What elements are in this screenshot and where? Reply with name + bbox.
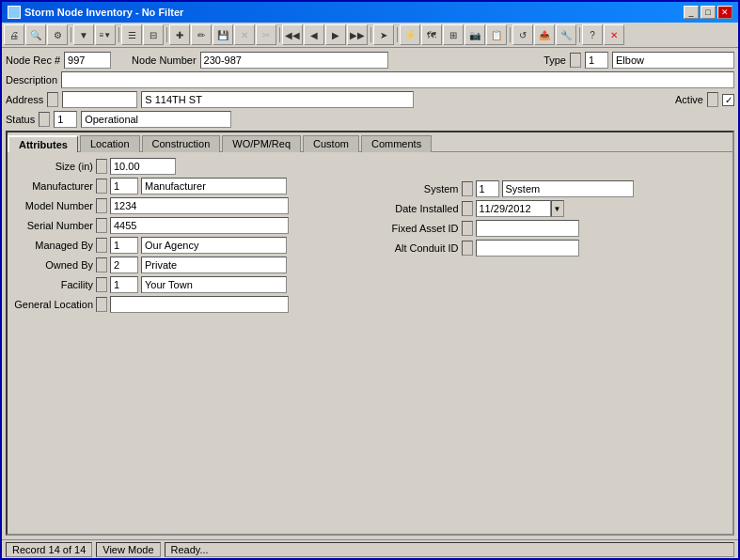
report-button[interactable]: 📋 bbox=[486, 24, 507, 45]
facility-id-input[interactable] bbox=[110, 276, 138, 293]
manufacturer-id-input[interactable] bbox=[110, 178, 138, 194]
system-id-input[interactable] bbox=[476, 180, 499, 197]
managed-by-value-input[interactable] bbox=[141, 237, 287, 254]
active-label: Active bbox=[675, 94, 703, 105]
zoom-button[interactable]: 🔍 bbox=[25, 24, 46, 45]
general-location-label: General Location bbox=[13, 299, 93, 310]
general-location-input[interactable] bbox=[110, 296, 289, 313]
print-button[interactable]: 🖨 bbox=[4, 24, 24, 45]
content-area: Node Rec # Node Number Type Description … bbox=[2, 48, 738, 539]
tab-attributes[interactable]: Attributes bbox=[8, 135, 78, 152]
date-installed-label: Date Installed bbox=[374, 203, 459, 214]
size-input[interactable] bbox=[110, 158, 176, 175]
photo-button[interactable]: 📷 bbox=[464, 24, 485, 45]
refresh-button[interactable]: ↺ bbox=[512, 24, 533, 45]
edit-record-button[interactable]: ✏ bbox=[191, 24, 212, 45]
alt-conduit-id-row: Alt Conduit ID bbox=[374, 240, 728, 257]
split-button[interactable]: ⊞ bbox=[443, 24, 464, 45]
export-button[interactable]: 📤 bbox=[534, 24, 555, 45]
size-label: Size (in) bbox=[13, 161, 93, 172]
close-button[interactable]: ✕ bbox=[717, 6, 732, 19]
tools-button[interactable]: 🔧 bbox=[556, 24, 576, 45]
size-indicator bbox=[96, 159, 107, 174]
managed-by-label: Managed By bbox=[13, 240, 93, 251]
active-checkbox[interactable]: ✓ bbox=[722, 94, 734, 106]
node-rec-row: Node Rec # Node Number Type bbox=[6, 52, 734, 69]
tabs-container: Attributes Location Construction WO/PM/R… bbox=[6, 131, 734, 536]
close-toolbar-button[interactable]: ✕ bbox=[604, 24, 624, 45]
facility-row: Facility bbox=[13, 276, 367, 293]
view2-button[interactable]: ⊟ bbox=[143, 24, 164, 45]
manufacturer-value-input[interactable] bbox=[141, 178, 287, 194]
date-installed-row: Date Installed ▼ bbox=[374, 200, 728, 217]
goto-button[interactable]: ➤ bbox=[373, 24, 394, 45]
type-id-input[interactable] bbox=[585, 52, 608, 69]
last-record-button[interactable]: ▶▶ bbox=[347, 24, 368, 45]
prev-record-button[interactable]: ◀ bbox=[304, 24, 324, 45]
address-value-input[interactable] bbox=[141, 91, 414, 108]
tabs-row: Attributes Location Construction WO/PM/R… bbox=[8, 132, 732, 151]
managed-by-id-input[interactable] bbox=[110, 237, 138, 254]
view-button[interactable]: ☰ bbox=[121, 24, 142, 45]
tab-construction[interactable]: Construction bbox=[142, 135, 221, 152]
save-button[interactable]: 💾 bbox=[213, 24, 233, 45]
address-prefix-input[interactable] bbox=[62, 91, 137, 108]
general-location-indicator bbox=[96, 297, 107, 312]
maximize-button[interactable]: □ bbox=[701, 6, 716, 19]
tab-location[interactable]: Location bbox=[80, 135, 140, 152]
address-indicator bbox=[47, 92, 58, 107]
date-installed-input[interactable] bbox=[476, 200, 551, 217]
system-row: System bbox=[374, 180, 728, 197]
right-column: System Date Installed ▼ bbox=[374, 158, 728, 316]
tab-custom[interactable]: Custom bbox=[303, 135, 359, 152]
active-indicator bbox=[707, 92, 718, 107]
first-record-button[interactable]: ◀◀ bbox=[282, 24, 303, 45]
status-value-input[interactable] bbox=[81, 111, 231, 128]
alt-conduit-id-input[interactable] bbox=[476, 240, 579, 257]
map-button[interactable]: 🗺 bbox=[421, 24, 442, 45]
title-controls: _ □ ✕ bbox=[684, 6, 732, 19]
tab-content-attributes: Size (in) Manufacturer bbox=[8, 151, 732, 534]
system-indicator bbox=[462, 181, 473, 196]
tab-wo-pm-req[interactable]: WO/PM/Req bbox=[222, 135, 301, 152]
description-input[interactable] bbox=[61, 71, 734, 88]
description-label: Description bbox=[6, 74, 57, 86]
help-button[interactable]: ? bbox=[582, 24, 603, 45]
left-column: Size (in) Manufacturer bbox=[13, 158, 367, 316]
ready-panel: Ready... bbox=[165, 542, 735, 557]
node-number-input[interactable] bbox=[200, 52, 388, 69]
tab-comments[interactable]: Comments bbox=[361, 135, 432, 152]
status-id-input[interactable] bbox=[54, 111, 77, 128]
date-dropdown-arrow[interactable]: ▼ bbox=[551, 200, 564, 217]
delete-button[interactable]: ✕ bbox=[234, 24, 255, 45]
filter-button[interactable]: ▼ bbox=[73, 24, 94, 45]
serial-number-label: Serial Number bbox=[13, 220, 93, 231]
node-rec-input[interactable] bbox=[64, 52, 111, 69]
manufacturer-indicator bbox=[96, 179, 107, 194]
fixed-asset-id-row: Fixed Asset ID bbox=[374, 220, 728, 237]
owned-by-id-input[interactable] bbox=[110, 257, 138, 273]
add-record-button[interactable]: ✚ bbox=[169, 24, 190, 45]
type-value-input[interactable] bbox=[612, 52, 734, 69]
date-installed-picker[interactable]: ▼ bbox=[476, 200, 564, 217]
model-number-input[interactable] bbox=[110, 197, 289, 214]
status-row: Status bbox=[6, 111, 734, 128]
fixed-asset-id-input[interactable] bbox=[476, 220, 579, 237]
app-icon bbox=[8, 6, 21, 19]
status-bar: Record 14 of 14 View Mode Ready... bbox=[2, 539, 738, 558]
next-record-button[interactable]: ▶ bbox=[325, 24, 346, 45]
link-button[interactable]: ⚡ bbox=[400, 24, 420, 45]
minimize-button[interactable]: _ bbox=[684, 6, 699, 19]
serial-number-indicator bbox=[96, 218, 107, 233]
facility-value-input[interactable] bbox=[141, 276, 287, 293]
window-title: Storm Node Inventory - No Filter bbox=[24, 7, 183, 18]
system-value-input[interactable] bbox=[502, 180, 634, 197]
cut-button[interactable]: ✂ bbox=[256, 24, 276, 45]
owned-by-value-input[interactable] bbox=[141, 257, 287, 273]
serial-number-row: Serial Number bbox=[13, 217, 367, 234]
serial-number-input[interactable] bbox=[110, 217, 289, 234]
owned-by-label: Owned By bbox=[13, 259, 93, 271]
config-button[interactable]: ⚙ bbox=[47, 24, 68, 45]
columns-button[interactable]: ≡▼ bbox=[95, 24, 116, 45]
fixed-asset-id-indicator bbox=[462, 221, 473, 236]
